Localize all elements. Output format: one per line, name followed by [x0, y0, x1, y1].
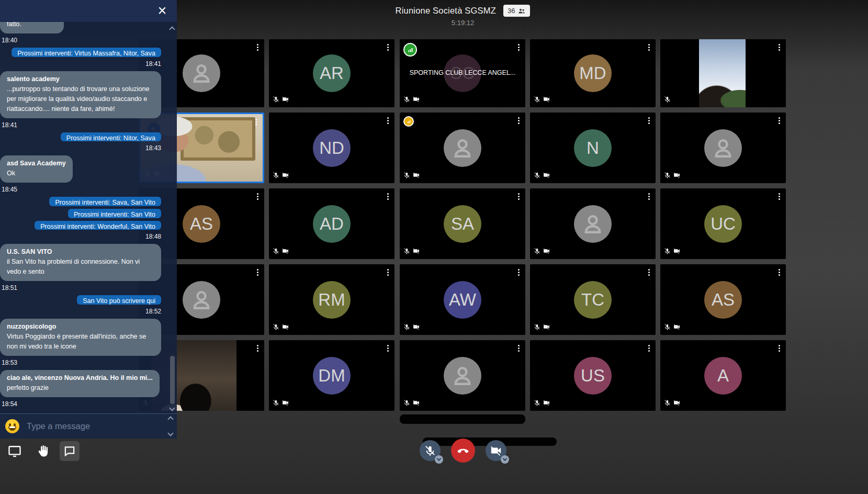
scroll-up-icon[interactable] [167, 416, 173, 422]
tile-menu-icon[interactable] [647, 192, 651, 201]
avatar-initials: US [581, 366, 605, 386]
participant-tile[interactable] [530, 188, 656, 259]
tile-menu-icon[interactable] [516, 267, 521, 277]
mic-toggle-button[interactable] [420, 440, 441, 461]
screenshare-icon [7, 444, 22, 458]
participant-tile[interactable]: MD [530, 39, 656, 107]
emoji-icon[interactable] [5, 419, 19, 433]
participant-tile[interactable]: A [660, 340, 786, 411]
tile-status-icons [273, 171, 289, 181]
participant-tile[interactable]: TC [530, 264, 656, 335]
participant-tile[interactable]: US [530, 340, 656, 411]
meeting-header: Riunione Società SGSMZ 36 5:19:12 [58, 5, 868, 27]
tile-status-icons [534, 399, 550, 408]
tile-status-icons [534, 247, 550, 256]
tile-status-icons [664, 247, 680, 256]
tile-menu-icon[interactable] [254, 117, 258, 127]
tile-status-icons [273, 247, 289, 256]
chat-message-own: Prossimi interventi: Sava, San Vito [49, 197, 161, 206]
avatar-initials: AS [712, 290, 735, 310]
tile-menu-icon[interactable] [386, 116, 390, 126]
message-timestamp: 18:45 [2, 186, 17, 193]
mic-options-chevron[interactable] [435, 455, 443, 464]
camera-toggle-button[interactable] [486, 440, 506, 461]
participant-tile[interactable] [660, 39, 786, 107]
chat-scrollbar[interactable] [169, 24, 176, 412]
tile-menu-icon[interactable] [777, 192, 782, 201]
input-scroll-arrows[interactable] [168, 417, 173, 435]
tile-menu-icon[interactable] [516, 192, 521, 201]
mic-muted-icon [403, 95, 410, 105]
participant-tile[interactable]: RM [269, 264, 394, 335]
mic-muted-icon [664, 399, 671, 408]
camera-muted-icon [543, 399, 550, 408]
scroll-up-icon[interactable] [169, 26, 175, 32]
chat-input-bar [0, 413, 177, 439]
participant-tile[interactable] [400, 113, 525, 183]
message-timestamp: 18:41 [145, 60, 161, 68]
camera-options-chevron[interactable] [501, 455, 509, 464]
tile-menu-icon[interactable] [647, 116, 651, 126]
participant-tile[interactable]: AW [400, 264, 525, 335]
tile-menu-icon[interactable] [386, 343, 390, 353]
tile-menu-icon[interactable] [516, 343, 521, 353]
tile-menu-icon[interactable] [386, 267, 390, 277]
participant-avatar: AW [444, 281, 481, 319]
mic-muted-icon [273, 95, 279, 105]
tile-menu-icon[interactable] [255, 192, 260, 201]
message-input[interactable] [26, 421, 172, 432]
participant-avatar: AD [313, 205, 351, 243]
sender-name: ciao ale, vincenzo Nuova Andria. Ho il m… [7, 374, 153, 381]
tile-menu-icon[interactable] [777, 42, 782, 52]
scroll-down-icon[interactable] [169, 405, 175, 411]
avatar-initials: TC [581, 290, 604, 310]
participant-tile[interactable] [660, 113, 786, 183]
chat-message-remote: salento academy...purtroppo sto tentando… [0, 71, 161, 118]
close-icon[interactable]: × [153, 1, 172, 20]
mic-muted-icon [273, 171, 279, 181]
participant-count-badge[interactable]: 36 [503, 5, 530, 17]
tile-menu-icon[interactable] [255, 343, 260, 353]
mic-muted-icon [664, 171, 671, 181]
tile-menu-icon[interactable] [516, 42, 521, 52]
tile-menu-icon[interactable] [647, 267, 651, 277]
tile-menu-icon[interactable] [777, 267, 782, 277]
participant-tile[interactable]: SA [400, 188, 525, 259]
tile-menu-icon[interactable] [777, 116, 782, 126]
participant-tile[interactable]: UC [660, 188, 786, 259]
participant-tile[interactable]: N [530, 113, 656, 183]
tile-menu-icon[interactable] [255, 267, 260, 277]
camera-muted-icon [413, 171, 420, 181]
tile-status-icons [273, 95, 289, 105]
tile-menu-icon[interactable] [516, 116, 521, 126]
scrollbar-thumb[interactable] [170, 356, 175, 404]
participant-tile[interactable] [400, 340, 525, 411]
participant-tile[interactable]: AD [269, 188, 394, 259]
tile-status-icons [273, 323, 289, 332]
hangup-button[interactable] [451, 439, 475, 463]
meeting-timer: 5:19:12 [452, 19, 474, 27]
screenshare-button[interactable] [3, 441, 26, 462]
participant-tile[interactable]: AR [269, 39, 394, 107]
tile-menu-icon[interactable] [647, 343, 651, 353]
tile-menu-icon[interactable] [386, 192, 390, 201]
avatar-initials: ND [319, 138, 344, 158]
scroll-down-icon[interactable] [167, 430, 173, 436]
chat-message-own: Prossimi interventi: Wonderful, San Vito [35, 221, 161, 230]
raise-hand-button[interactable] [31, 441, 54, 462]
camera-muted-icon [490, 445, 502, 456]
tile-menu-icon[interactable] [255, 42, 260, 52]
participant-tile[interactable]: SCSPORTING CLUB LECCE ANGEL... [400, 39, 525, 107]
participant-tile[interactable]: DM [269, 340, 394, 411]
participant-tile[interactable]: AS [660, 264, 786, 335]
mic-muted-icon [424, 445, 436, 456]
tile-menu-icon[interactable] [386, 42, 390, 52]
chat-message-own: Prossimi interventi: Nitor, Sava [61, 132, 161, 142]
participant-avatar: TC [574, 281, 612, 319]
chat-message-remote: ciao ale, vincenzo Nuova Andria. Ho il m… [0, 370, 160, 397]
participant-avatar: AS [704, 281, 742, 319]
tile-menu-icon[interactable] [647, 42, 651, 52]
participant-tile[interactable]: ND [269, 113, 394, 183]
tile-menu-icon[interactable] [777, 343, 782, 353]
chat-message-list[interactable]: fatto.18:40Prossimi interventi: Virtus M… [0, 22, 177, 413]
